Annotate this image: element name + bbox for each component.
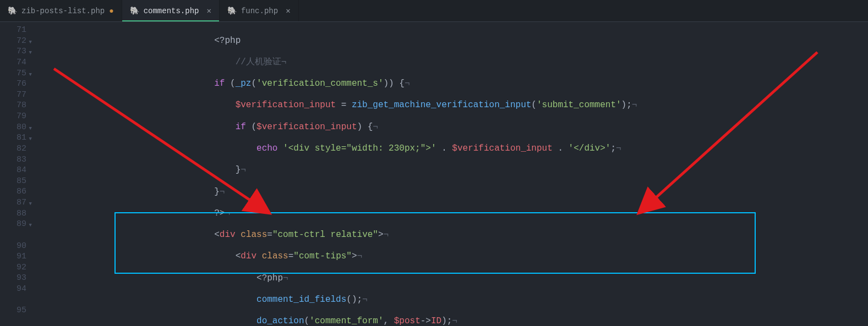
- tab-bar: 🐘 zib-posts-list.php ● 🐘 comments.php ✕ …: [0, 0, 868, 22]
- line-number: 74: [0, 57, 26, 68]
- line-number: 76: [0, 79, 26, 90]
- line-number: 78: [0, 100, 26, 111]
- line-number: 94: [0, 284, 26, 295]
- fold-icon[interactable]: ▼: [29, 199, 32, 210]
- fold-icon[interactable]: ▼: [29, 37, 32, 48]
- line-number: 90: [0, 241, 26, 252]
- line-number: [0, 230, 26, 241]
- line-number: 88: [0, 208, 26, 219]
- line-number: 79: [0, 111, 26, 122]
- editor: 7172▼73▼7475▼7677787980▼81▼828384858687▼…: [0, 22, 868, 326]
- php-icon: 🐘: [130, 6, 139, 15]
- fold-icon[interactable]: ▼: [29, 70, 32, 81]
- line-number: 72▼: [0, 36, 26, 47]
- close-icon[interactable]: ✕: [206, 6, 211, 15]
- line-number: 93: [0, 273, 26, 284]
- line-number: 81▼: [0, 132, 26, 143]
- tab-comments[interactable]: 🐘 comments.php ✕: [122, 0, 220, 21]
- tab-zib-posts-list[interactable]: 🐘 zib-posts-list.php ●: [0, 0, 122, 21]
- line-number: 82: [0, 143, 26, 154]
- line-number: [0, 295, 26, 306]
- line-number: 91: [0, 251, 26, 262]
- fold-icon[interactable]: ▼: [29, 124, 32, 135]
- tab-func[interactable]: 🐘 func.php ✕: [220, 0, 299, 21]
- line-number: 75▼: [0, 68, 26, 79]
- line-number: 77: [0, 90, 26, 101]
- code-area[interactable]: <?php //人机验证¬ if (_pz('verification_comm…: [34, 22, 868, 326]
- line-number: 92: [0, 262, 26, 273]
- line-number: 80▼: [0, 122, 26, 133]
- close-icon[interactable]: ✕: [286, 6, 290, 15]
- tab-label: zib-posts-list.php: [21, 7, 105, 15]
- gutter: 7172▼73▼7475▼7677787980▼81▼828384858687▼…: [0, 22, 34, 326]
- line-number: 85: [0, 176, 26, 187]
- line-number: 95: [0, 305, 26, 316]
- fold-icon[interactable]: ▼: [29, 220, 32, 231]
- line-number: 87▼: [0, 197, 26, 208]
- line-number: 84: [0, 165, 26, 176]
- fold-icon[interactable]: ▼: [29, 134, 32, 145]
- fold-icon[interactable]: ▼: [29, 48, 32, 59]
- php-icon: 🐘: [8, 6, 17, 15]
- line-number: 73▼: [0, 46, 26, 57]
- modified-icon: ●: [109, 7, 113, 15]
- tab-label: comments.php: [144, 7, 199, 15]
- line-number: 83: [0, 154, 26, 165]
- line-number: 89▼: [0, 219, 26, 230]
- line-number: 71: [0, 25, 26, 36]
- line-number: 86: [0, 186, 26, 197]
- tab-label: func.php: [241, 7, 278, 15]
- php-icon: 🐘: [227, 6, 237, 15]
